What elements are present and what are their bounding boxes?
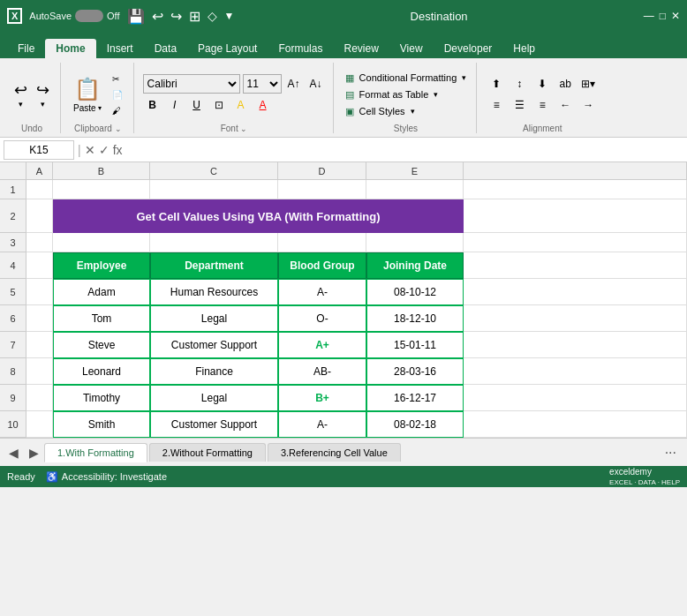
tab-file[interactable]: File: [7, 39, 45, 58]
cell-c1[interactable]: [150, 180, 278, 199]
cell-rest-5[interactable]: [464, 279, 687, 305]
cell-a3[interactable]: [26, 233, 53, 252]
col-header-d[interactable]: D: [278, 162, 366, 180]
cell-reference-box[interactable]: [4, 140, 74, 160]
cell-e1[interactable]: [366, 180, 464, 199]
increase-indent-button[interactable]: →: [578, 95, 599, 115]
cell-e3[interactable]: [366, 233, 464, 252]
col-header-e[interactable]: E: [366, 162, 464, 180]
bold-button[interactable]: B: [143, 95, 162, 115]
cell-c4-header[interactable]: Department: [150, 252, 278, 279]
italic-button[interactable]: I: [165, 95, 185, 115]
cell-rest-2[interactable]: [464, 199, 687, 233]
cell-rest-6[interactable]: [464, 305, 687, 332]
cell-b1[interactable]: [53, 180, 150, 199]
font-face-select[interactable]: Calibri: [143, 74, 240, 94]
col-header-b[interactable]: B: [53, 162, 150, 180]
cell-b10[interactable]: Smith: [53, 411, 150, 438]
tab-insert[interactable]: Insert: [96, 39, 144, 58]
formula-cross-icon[interactable]: ✕: [85, 143, 95, 157]
cell-a10[interactable]: [26, 411, 53, 438]
cell-b7[interactable]: Steve: [53, 332, 150, 358]
cell-d10[interactable]: A-: [278, 411, 366, 438]
cell-b9[interactable]: Timothy: [53, 385, 150, 411]
maximize-icon[interactable]: □: [660, 10, 666, 22]
col-header-c[interactable]: C: [150, 162, 278, 180]
cell-d5[interactable]: A-: [278, 279, 366, 305]
cell-styles-button[interactable]: ▣ Cell Styles ▾: [343, 105, 470, 118]
cell-a7[interactable]: [26, 332, 53, 358]
minimize-icon[interactable]: —: [644, 10, 654, 22]
formula-input[interactable]: [126, 140, 683, 160]
cell-d7[interactable]: A+: [278, 332, 366, 358]
cell-c3[interactable]: [150, 233, 278, 252]
col-header-rest[interactable]: [464, 162, 687, 180]
tab-page-layout[interactable]: Page Layout: [187, 39, 268, 58]
tab-data[interactable]: Data: [144, 39, 187, 58]
fill-color-button[interactable]: A: [231, 95, 251, 115]
tab-formulas[interactable]: Formulas: [268, 39, 333, 58]
font-size-select[interactable]: 11: [243, 74, 282, 94]
cell-e6[interactable]: 18-12-10: [366, 305, 464, 332]
more-sheets-button[interactable]: ···: [658, 445, 683, 461]
accessibility-status[interactable]: Accessibility: Investigate: [62, 471, 167, 482]
formula-fx-icon[interactable]: fx: [113, 143, 123, 157]
font-color-button[interactable]: A: [253, 95, 273, 115]
format-painter-button[interactable]: 🖌: [109, 104, 126, 117]
cell-e8[interactable]: 28-03-16: [366, 358, 464, 385]
cell-d3[interactable]: [278, 233, 366, 252]
redo-button[interactable]: ↪ ▾: [33, 79, 53, 110]
cell-d8[interactable]: AB-: [278, 358, 366, 385]
tab-developer[interactable]: Developer: [434, 39, 503, 58]
cell-rest-4[interactable]: [464, 252, 687, 279]
cell-a8[interactable]: [26, 358, 53, 385]
decrease-indent-button[interactable]: ←: [555, 95, 576, 115]
cell-rest-3[interactable]: [464, 233, 687, 252]
save-icon[interactable]: 💾: [127, 8, 145, 25]
cell-b4-header[interactable]: Employee: [53, 252, 150, 279]
sheet-tab-1[interactable]: 1.With Formatting: [44, 443, 147, 462]
cell-b6[interactable]: Tom: [53, 305, 150, 332]
increase-font-button[interactable]: A↑: [284, 74, 304, 94]
cell-rest-8[interactable]: [464, 358, 687, 385]
copy-button[interactable]: 📄: [109, 88, 126, 101]
align-bottom-button[interactable]: ⬇: [532, 74, 553, 94]
cell-e7[interactable]: 15-01-11: [366, 332, 464, 358]
cell-rest-9[interactable]: [464, 385, 687, 411]
tab-home[interactable]: Home: [45, 39, 95, 58]
align-right-button[interactable]: ≡: [532, 95, 553, 115]
cell-c7[interactable]: Customer Support: [150, 332, 278, 358]
underline-button[interactable]: U: [187, 95, 207, 115]
align-middle-button[interactable]: ↕: [509, 74, 530, 94]
cell-b3[interactable]: [53, 233, 150, 252]
cell-b8[interactable]: Leonard: [53, 358, 150, 385]
format-as-table-button[interactable]: ▤ Format as Table ▾: [343, 88, 470, 101]
tab-help[interactable]: Help: [502, 39, 546, 58]
align-center-button[interactable]: ☰: [509, 95, 530, 115]
sheet-tab-3[interactable]: 3.Referencing Cell Value: [268, 443, 401, 462]
cell-rest-10[interactable]: [464, 411, 687, 438]
cell-c6[interactable]: Legal: [150, 305, 278, 332]
align-top-button[interactable]: ⬆: [486, 74, 507, 94]
tab-view[interactable]: View: [389, 39, 434, 58]
cell-e4-header[interactable]: Joining Date: [366, 252, 464, 279]
paste-button[interactable]: 📋 Paste ▾: [70, 75, 105, 115]
cell-rest-7[interactable]: [464, 332, 687, 358]
undo-button[interactable]: ↩ ▾: [11, 79, 31, 110]
cell-rest-1[interactable]: [464, 180, 687, 199]
cell-d1[interactable]: [278, 180, 366, 199]
diamond-icon[interactable]: ◇: [208, 9, 217, 23]
cell-a6[interactable]: [26, 305, 53, 332]
cell-a1[interactable]: [26, 180, 53, 199]
decrease-font-button[interactable]: A↓: [306, 74, 326, 94]
cell-d4-header[interactable]: Blood Group: [278, 252, 366, 279]
tab-review[interactable]: Review: [333, 39, 389, 58]
cell-d9[interactable]: B+: [278, 385, 366, 411]
autosave-toggle[interactable]: [75, 10, 103, 22]
cell-a2[interactable]: [26, 199, 53, 233]
align-left-button[interactable]: ≡: [486, 95, 507, 115]
more-icon[interactable]: ▼: [224, 10, 235, 22]
cell-b5[interactable]: Adam: [53, 279, 150, 305]
cell-a9[interactable]: [26, 385, 53, 411]
cell-c5[interactable]: Human Resources: [150, 279, 278, 305]
